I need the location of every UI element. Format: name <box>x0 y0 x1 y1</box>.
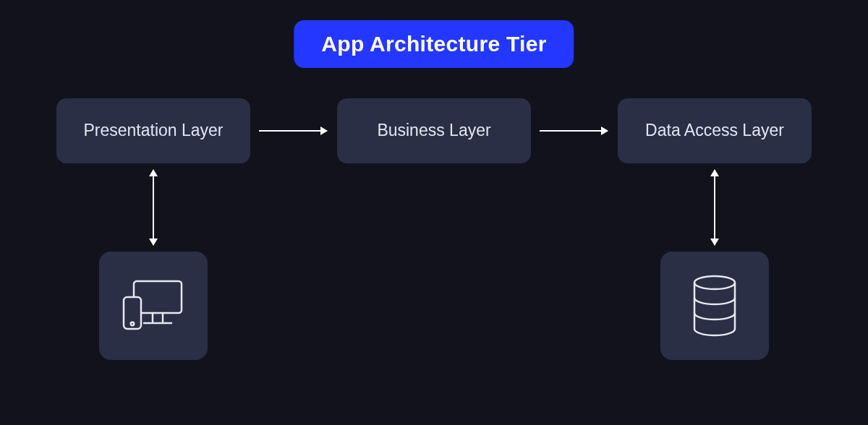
business-layer-box: Business Layer <box>337 98 531 163</box>
presentation-layer-box: Presentation Layer <box>56 98 250 163</box>
arrow-right-icon <box>259 130 327 132</box>
data-access-layer-box: Data Access Layer <box>618 98 812 163</box>
data-access-layer-label: Data Access Layer <box>645 119 784 142</box>
diagram-title: App Architecture Tier <box>294 20 574 68</box>
presentation-layer-label: Presentation Layer <box>83 119 223 142</box>
database-box <box>660 252 769 360</box>
arrow-double-vertical-icon <box>153 170 154 245</box>
svg-point-6 <box>694 276 735 289</box>
business-layer-label: Business Layer <box>377 119 490 142</box>
devices-icon <box>121 278 186 333</box>
client-devices-box <box>99 252 208 360</box>
svg-rect-4 <box>124 297 141 329</box>
database-icon <box>689 275 740 337</box>
arrow-right-icon <box>540 130 608 132</box>
arrow-double-vertical-icon <box>714 170 715 245</box>
